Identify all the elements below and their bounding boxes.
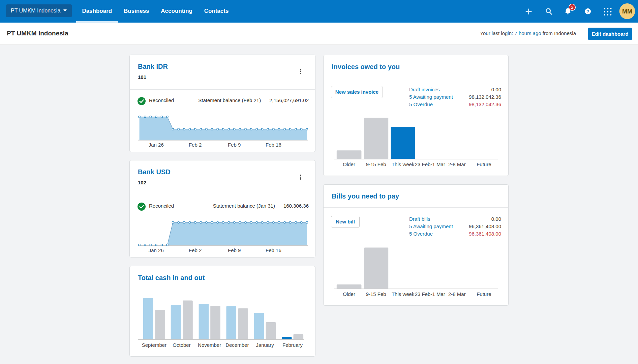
svg-text:This week: This week — [392, 161, 415, 167]
svg-text:Feb 9: Feb 9 — [228, 247, 241, 253]
svg-text:February: February — [282, 342, 303, 348]
svg-text:Jan 26: Jan 26 — [149, 142, 164, 148]
svg-text:MM: MM — [622, 8, 632, 15]
svg-text:Older: Older — [343, 291, 355, 297]
svg-text:November: November — [198, 342, 221, 348]
svg-text:9-15 Feb: 9-15 Feb — [366, 291, 386, 297]
svg-text:Feb 16: Feb 16 — [266, 247, 281, 253]
svg-text:Future: Future — [477, 161, 491, 167]
svg-text:23 Feb-1 Mar: 23 Feb-1 Mar — [415, 291, 445, 297]
svg-text:Future: Future — [477, 291, 491, 297]
svg-text:December: December — [225, 342, 249, 348]
svg-text:September: September — [142, 342, 166, 348]
svg-text:?: ? — [586, 9, 589, 14]
svg-text:9-15 Feb: 9-15 Feb — [366, 161, 386, 167]
svg-text:Jan 26: Jan 26 — [149, 247, 164, 253]
svg-text:Feb 9: Feb 9 — [228, 142, 241, 148]
svg-text:2-8 Mar: 2-8 Mar — [448, 291, 466, 297]
svg-text:October: October — [173, 342, 190, 348]
svg-text:Feb 2: Feb 2 — [189, 247, 202, 253]
svg-text:2-8 Mar: 2-8 Mar — [448, 161, 466, 167]
svg-text:Older: Older — [343, 161, 355, 167]
svg-text:Feb 16: Feb 16 — [266, 142, 281, 148]
svg-text:This week: This week — [392, 291, 415, 297]
svg-text:Feb 2: Feb 2 — [189, 142, 202, 148]
svg-text:January: January — [256, 342, 274, 348]
svg-text:23 Feb-1 Mar: 23 Feb-1 Mar — [415, 161, 445, 167]
svg-text:2: 2 — [571, 5, 574, 10]
